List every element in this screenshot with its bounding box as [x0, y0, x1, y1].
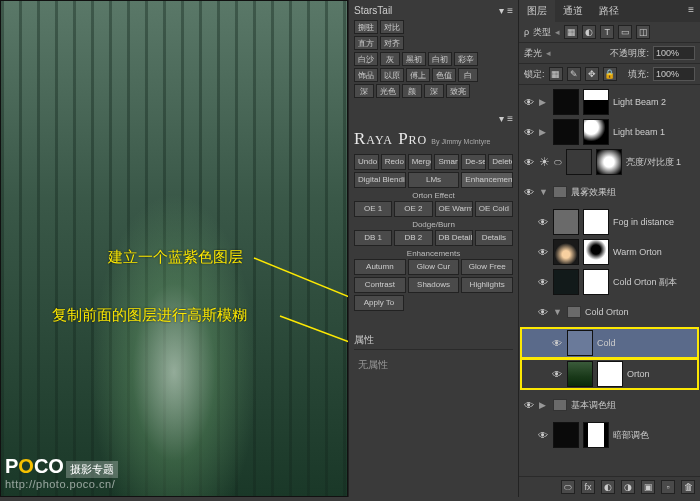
- layer-name[interactable]: Cold Orton 副本: [613, 276, 696, 289]
- filter-type-icon[interactable]: T: [600, 25, 614, 39]
- layer-name[interactable]: Light beam 1: [613, 127, 696, 137]
- lock-all-icon[interactable]: 🔒: [603, 67, 617, 81]
- starstail-button[interactable]: 彩辛: [454, 52, 478, 66]
- visibility-eye-icon[interactable]: 👁: [537, 429, 549, 441]
- tab-channels[interactable]: 通道: [555, 0, 591, 22]
- layer-row[interactable]: 👁Cold: [521, 328, 698, 358]
- expand-chevron-icon[interactable]: ▶: [539, 127, 549, 137]
- new-layer-icon[interactable]: ▫: [661, 480, 675, 494]
- starstail-button[interactable]: 对齐: [380, 36, 404, 50]
- layer-row[interactable]: 👁Orton: [521, 359, 698, 389]
- layer-name[interactable]: Light Beam 2: [613, 97, 696, 107]
- layer-group[interactable]: 👁▶基本调色组: [519, 390, 700, 420]
- layer-name[interactable]: Cold: [597, 338, 694, 348]
- layer-thumbnail[interactable]: [567, 361, 593, 387]
- tab-paths[interactable]: 路径: [591, 0, 627, 22]
- layer-name[interactable]: Orton: [627, 369, 694, 379]
- expand-chevron-icon[interactable]: ▼: [553, 307, 563, 317]
- visibility-eye-icon[interactable]: 👁: [537, 246, 549, 258]
- expand-chevron-icon[interactable]: ▶: [539, 400, 549, 410]
- blend-mode-select[interactable]: 柔光: [524, 47, 542, 60]
- tab-layers[interactable]: 图层: [519, 0, 555, 22]
- layer-thumbnail[interactable]: [553, 239, 579, 265]
- layer-mask-thumbnail[interactable]: [583, 239, 609, 265]
- fill-input[interactable]: [653, 67, 695, 81]
- raya-button[interactable]: Glow Free: [461, 259, 513, 275]
- starstail-button[interactable]: 白: [458, 68, 478, 82]
- apply-to-button[interactable]: Apply To: [354, 295, 404, 311]
- starstail-button[interactable]: 傅上: [406, 68, 430, 82]
- visibility-eye-icon[interactable]: 👁: [523, 96, 535, 108]
- visibility-eye-icon[interactable]: 👁: [523, 156, 535, 168]
- filter-pixel-icon[interactable]: ▦: [564, 25, 578, 39]
- layer-row[interactable]: 👁▶Light beam 1: [519, 117, 700, 147]
- layer-name[interactable]: 晨雾效果组: [571, 186, 696, 199]
- fx-icon[interactable]: fx: [581, 480, 595, 494]
- raya-button[interactable]: Highlights: [461, 277, 513, 293]
- layer-mask-thumbnail[interactable]: [597, 361, 623, 387]
- starstail-button[interactable]: 致亮: [446, 84, 470, 98]
- layer-mask-thumbnail[interactable]: [583, 89, 609, 115]
- filter-smart-icon[interactable]: ◫: [636, 25, 650, 39]
- panel-menu-icon[interactable]: ▾ ≡: [499, 5, 513, 16]
- raya-button[interactable]: Autumn: [354, 259, 406, 275]
- visibility-eye-icon[interactable]: 👁: [537, 276, 549, 288]
- raya-button[interactable]: LMs: [408, 172, 460, 188]
- add-mask-icon[interactable]: ◐: [601, 480, 615, 494]
- layer-mask-thumbnail[interactable]: [583, 209, 609, 235]
- layer-row[interactable]: 👁Cold Orton 副本: [519, 267, 700, 297]
- layer-row[interactable]: 👁Fog in distance: [519, 207, 700, 237]
- layer-name[interactable]: 暗部调色: [613, 429, 696, 442]
- raya-button[interactable]: Merge: [408, 154, 433, 170]
- starstail-button[interactable]: 白沙: [354, 52, 378, 66]
- layer-thumbnail[interactable]: [553, 119, 579, 145]
- visibility-eye-icon[interactable]: 👁: [523, 126, 535, 138]
- raya-button[interactable]: Delete: [488, 154, 513, 170]
- starstail-button[interactable]: 色值: [432, 68, 456, 82]
- layer-thumbnail[interactable]: [553, 209, 579, 235]
- visibility-eye-icon[interactable]: 👁: [523, 399, 535, 411]
- visibility-eye-icon[interactable]: 👁: [551, 337, 563, 349]
- raya-button[interactable]: Undo: [354, 154, 379, 170]
- raya-button[interactable]: OE 1: [354, 201, 392, 217]
- lock-pixel-icon[interactable]: ✎: [567, 67, 581, 81]
- layer-name[interactable]: Warm Orton: [613, 247, 696, 257]
- starstail-button[interactable]: 深: [424, 84, 444, 98]
- opacity-input[interactable]: [653, 46, 695, 60]
- layer-mask-thumbnail[interactable]: [596, 149, 622, 175]
- lock-trans-icon[interactable]: ▦: [549, 67, 563, 81]
- layer-row[interactable]: 👁▶Light Beam 2: [519, 87, 700, 117]
- layer-group[interactable]: 👁▼晨雾效果组: [519, 177, 700, 207]
- filter-kind-icon[interactable]: ρ: [524, 27, 529, 37]
- raya-button[interactable]: Shadows: [408, 277, 460, 293]
- raya-button[interactable]: Contrast: [354, 277, 406, 293]
- raya-button[interactable]: DB Details: [435, 230, 473, 246]
- expand-chevron-icon[interactable]: ▼: [539, 187, 549, 197]
- expand-chevron-icon[interactable]: ▶: [539, 97, 549, 107]
- starstail-button[interactable]: 颜: [402, 84, 422, 98]
- layer-name[interactable]: Cold Orton: [585, 307, 696, 317]
- starstail-button[interactable]: 灰: [380, 52, 400, 66]
- raya-button[interactable]: Enhancements: [461, 172, 513, 188]
- raya-button[interactable]: Smart: [434, 154, 459, 170]
- starstail-button[interactable]: 以原: [380, 68, 404, 82]
- starstail-button[interactable]: 直方: [354, 36, 378, 50]
- layer-name[interactable]: Fog in distance: [613, 217, 696, 227]
- raya-button[interactable]: Details: [475, 230, 513, 246]
- layer-thumbnail[interactable]: [553, 422, 579, 448]
- raya-button[interactable]: Digital Blending: [354, 172, 406, 188]
- starstail-button[interactable]: 捌驻: [354, 20, 378, 34]
- new-adjust-icon[interactable]: ◑: [621, 480, 635, 494]
- raya-button[interactable]: DB 2: [394, 230, 432, 246]
- delete-layer-icon[interactable]: 🗑: [681, 480, 695, 494]
- starstail-button[interactable]: 光色: [376, 84, 400, 98]
- raya-button[interactable]: OE Cold: [475, 201, 513, 217]
- raya-button[interactable]: OE 2: [394, 201, 432, 217]
- new-group-icon[interactable]: ▣: [641, 480, 655, 494]
- visibility-eye-icon[interactable]: 👁: [551, 368, 563, 380]
- panel-menu-icon[interactable]: ▾ ≡: [499, 113, 513, 124]
- layer-thumbnail[interactable]: [553, 89, 579, 115]
- layer-mask-thumbnail[interactable]: [583, 119, 609, 145]
- filter-adjust-icon[interactable]: ◐: [582, 25, 596, 39]
- raya-button[interactable]: Glow Cur: [408, 259, 460, 275]
